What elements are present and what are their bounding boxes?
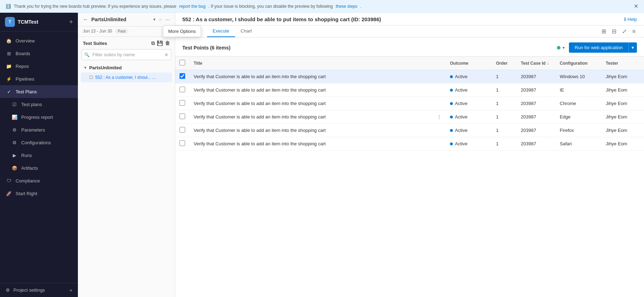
sidebar-item-test-plans[interactable]: ✓ Test Plans [0,85,78,98]
back-button[interactable]: ← [83,16,89,23]
sidebar-item-boards[interactable]: ⊞ Boards [0,47,78,60]
row-checkbox[interactable] [179,73,185,79]
columns-view-icon[interactable]: ⊟ [610,27,618,36]
col-header-testcase-id[interactable]: Test Case Id ↓ [517,57,555,70]
artifacts-icon: 📦 [11,165,18,171]
row-checkbox-cell [175,137,189,151]
outcome-label: Active [455,128,467,133]
sidebar-item-test-plans-sub[interactable]: ☑ Test plans [0,98,78,111]
row-title: Verify that Customer is able to add an i… [189,124,446,137]
sidebar-item-overview[interactable]: 🏠 Overview [0,34,78,47]
sidebar-item-configurations[interactable]: ⚙ Configurations [0,136,78,149]
outcome-dot [450,116,453,118]
add-button[interactable]: + [69,18,73,26]
sidebar-item-label: Overview [16,38,35,43]
run-btn-dropdown-icon[interactable]: ▾ [628,42,637,53]
grid-view-icon[interactable]: ⊞ [600,27,608,36]
select-all-checkbox[interactable] [179,60,185,65]
run-for-web-button[interactable]: Run for web application [569,42,628,53]
sidebar-item-progress-report[interactable]: 📊 Progress report [0,111,78,123]
table-row: Verify that Customer is able to add an i… [175,70,644,83]
row-checkbox[interactable] [179,100,185,106]
sidebar-item-pipelines[interactable]: ⚡ Pipelines [0,72,78,85]
col-header-configuration: Configuration [555,57,602,70]
sidebar-item-label: Test Plans [16,89,37,94]
project-settings-icon: ⚙ [6,287,10,293]
outcome-dot [450,102,453,105]
row-checkbox[interactable] [179,87,185,92]
sidebar-item-start-right[interactable]: 🚀 Start Right [0,187,78,200]
filter-clear-icon[interactable]: ✕ [164,52,169,58]
expand-icon[interactable]: ⤢ [621,27,628,36]
outcome-dot [450,142,453,145]
star-icon[interactable]: ☆ [158,17,163,22]
sidebar: T TCMTest + 🏠 Overview ⊞ Boards 📁 Repos … [0,13,78,297]
status-dropdown-icon[interactable]: ▾ [563,45,565,50]
suite-group-partsunlimited[interactable]: ▼ PartsUnlimited [81,63,172,72]
status-indicator[interactable]: ▾ [557,45,565,50]
sidebar-item-label: Test plans [21,102,42,107]
help-link[interactable]: ℹ Help [624,17,637,22]
sidebar-nav: 🏠 Overview ⊞ Boards 📁 Repos ⚡ Pipelines … [0,31,78,283]
collapse-sidebar-icon[interactable]: « [70,287,72,293]
outcome-dot [450,129,453,132]
outcome-label: Active [455,74,467,79]
tab-chart[interactable]: Chart [235,25,258,37]
close-icon[interactable]: ✕ [634,3,638,10]
row-checkbox[interactable] [179,127,185,133]
chevron-down-icon: ▼ [84,66,87,70]
row-checkbox[interactable] [179,113,185,119]
main-title-row: 552 : As a customer, I should be able to… [175,13,644,25]
project-settings[interactable]: ⚙ Project settings « [0,283,78,297]
outcome-label: Active [455,101,467,106]
row-tester: Jihye Eom [602,124,644,137]
row-more-options[interactable]: ⋮ [437,114,441,120]
these-steps-link[interactable]: these steps [336,4,357,9]
help-icon: ℹ [624,17,626,22]
suite-item-552[interactable]: ☐ 552 : As a customer, I shoul... ... [81,72,172,82]
repos-icon: 📁 [6,63,12,69]
outcome-label: Active [455,114,467,120]
copy-icon[interactable]: ⧉ [151,40,155,46]
sidebar-item-parameters[interactable]: ⚙ Parameters [0,123,78,136]
sidebar-item-runs[interactable]: ▶ Runs [0,149,78,162]
table-row: Verify that Customer is able to add an i… [175,110,644,124]
row-title: Verify that Customer is able to add an i… [189,137,446,151]
sidebar-item-label: Configurations [21,140,51,145]
sidebar-item-compliance[interactable]: 🛡 Compliance [0,174,78,187]
test-suites-header: Test Suites ⧉ 💾 🗑 [78,37,175,49]
more-options-icon[interactable]: ⋯ [165,17,170,22]
table-row: Verify that Customer is able to add an i… [175,83,644,97]
row-outcome: Active [446,83,492,97]
row-order: 1 [492,70,517,83]
delete-icon[interactable]: 🗑 [165,40,170,46]
tab-execute[interactable]: Execute [207,25,235,37]
test-plans-sub-icon: ☑ [11,101,18,107]
report-bug-link[interactable]: report the bug [179,4,206,9]
compliance-icon: 🛡 [6,177,12,184]
row-checkbox-cell [175,83,189,97]
test-suites-actions: ⧉ 💾 🗑 [151,40,170,46]
project-settings-label: Project settings [13,287,45,293]
settings-icon[interactable]: ≡ [631,27,637,36]
row-checkbox-cell [175,97,189,110]
overview-icon: 🏠 [6,37,12,44]
project-dropdown-icon[interactable]: ▾ [153,17,155,22]
sidebar-item-repos[interactable]: 📁 Repos [0,60,78,72]
test-suites-title: Test Suites [83,41,107,46]
save-icon[interactable]: 💾 [157,40,163,46]
row-checkbox[interactable] [179,140,185,146]
filter-suites-input[interactable] [81,49,171,60]
col-header-title[interactable]: Title [189,57,446,70]
sidebar-item-artifacts[interactable]: 📦 Artifacts [0,162,78,174]
row-test-case-id: 203987 [517,137,555,151]
middle-panel: ← PartsUnlimited ▾ ☆ ⋯ Jun 13 - Jun 30 P… [78,13,175,297]
middle-header: ← PartsUnlimited ▾ ☆ ⋯ [78,13,175,27]
sidebar-item-label: Artifacts [21,165,38,171]
filter-search-icon: 🔍 [84,52,90,57]
table-row: Verify that Customer is able to add an i… [175,124,644,137]
filter-input-wrapper: 🔍 ✕ [81,49,171,60]
suite-group-label: PartsUnlimited [89,65,122,70]
sidebar-header: T TCMTest + [0,13,78,31]
row-test-case-id: 203987 [517,110,555,124]
